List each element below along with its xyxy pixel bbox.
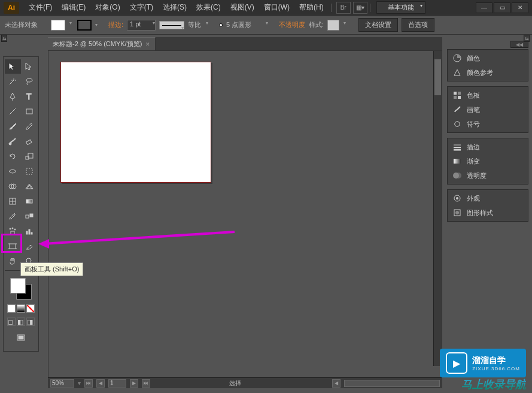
expand-right-handle[interactable]: ⇆ <box>524 35 530 42</box>
paintbrush-tool[interactable] <box>5 119 21 134</box>
svg-rect-8 <box>26 168 32 174</box>
lasso-tool[interactable] <box>22 74 38 89</box>
vertical-scrollbar[interactable] <box>433 51 442 366</box>
artboard[interactable] <box>60 62 211 183</box>
panel-graphic-styles[interactable]: 图形样式 <box>448 205 528 220</box>
panel-brushes[interactable]: 画笔 <box>448 102 528 117</box>
symbol-sprayer-tool[interactable] <box>5 224 21 238</box>
direct-selection-tool[interactable] <box>22 59 38 74</box>
color-mode-gradient[interactable] <box>17 304 25 313</box>
slice-tool[interactable] <box>22 239 38 253</box>
document-tab-title: 未标题-2 @ 50% (CMYK/预览) <box>53 40 142 49</box>
gradient-tool[interactable] <box>22 194 38 208</box>
stroke-profile[interactable] <box>159 21 184 29</box>
svg-point-18 <box>10 228 11 229</box>
menu-effect[interactable]: 效果(C) <box>191 0 226 15</box>
rotate-tool[interactable] <box>5 149 21 164</box>
nav-prev[interactable]: ◀ <box>96 379 105 388</box>
eraser-tool[interactable] <box>22 134 38 149</box>
line-tool[interactable] <box>5 104 21 119</box>
brush-preview-icon <box>219 23 223 27</box>
arrange-docs-button[interactable]: ▦▾ <box>353 2 367 14</box>
document-tab[interactable]: 未标题-2 @ 50% (CMYK/预览) ✕ <box>48 37 156 50</box>
magic-wand-tool[interactable] <box>5 74 21 89</box>
svg-rect-36 <box>454 92 457 95</box>
preferences-button[interactable]: 首选项 <box>402 18 434 32</box>
svg-rect-3 <box>26 109 32 114</box>
scale-tool[interactable] <box>22 149 38 164</box>
menu-object[interactable]: 对象(O) <box>90 0 124 15</box>
blob-brush-tool[interactable] <box>5 134 21 149</box>
perspective-grid-tool[interactable] <box>22 179 38 194</box>
tooltip: 画板工具 (Shift+O) <box>20 262 83 276</box>
close-button[interactable]: ✕ <box>512 2 528 13</box>
shape-builder-tool[interactable] <box>5 179 21 194</box>
menu-select[interactable]: 选择(S) <box>158 0 191 15</box>
free-transform-tool[interactable] <box>22 164 38 179</box>
panel-swatches[interactable]: 色板 <box>448 88 528 102</box>
watermark-badge: ▶ 溜溜自学 ZIXUE.3D66.COM <box>440 349 526 377</box>
horizontal-scrollbar[interactable] <box>344 380 440 387</box>
svg-point-19 <box>12 228 13 229</box>
workspace-switcher[interactable]: 基本功能 <box>376 1 425 14</box>
column-graph-tool[interactable] <box>22 224 38 238</box>
nav-last[interactable]: ⏭ <box>142 379 150 388</box>
uniform-label[interactable]: 等比 <box>188 20 208 29</box>
panel-stroke[interactable]: 描边 <box>448 140 528 154</box>
style-swatch[interactable] <box>327 20 339 31</box>
pencil-tool[interactable] <box>22 119 38 134</box>
stroke-label: 描边: <box>108 20 123 29</box>
fill-swatch[interactable] <box>51 20 65 31</box>
eyedropper-tool[interactable] <box>5 209 21 223</box>
panel-color-guide[interactable]: 颜色参考 <box>448 65 528 80</box>
hand-tool[interactable] <box>5 254 21 268</box>
color-mode-normal[interactable] <box>7 304 16 313</box>
menu-help[interactable]: 帮助(H) <box>294 0 329 15</box>
width-tool[interactable] <box>5 164 21 179</box>
panel-color[interactable]: 颜色 <box>448 51 528 65</box>
menu-type[interactable]: 文字(T) <box>125 0 158 15</box>
draw-behind[interactable]: ◧ <box>17 318 25 326</box>
color-picker[interactable]: ◻ ◧ ◨ <box>4 272 38 351</box>
panel-appearance[interactable]: 外观 <box>448 191 528 205</box>
mesh-tool[interactable] <box>5 194 21 208</box>
screen-mode-button[interactable] <box>12 331 30 345</box>
fill-color-swatch[interactable] <box>10 278 26 294</box>
minimize-button[interactable]: — <box>476 2 493 13</box>
pen-tool[interactable] <box>5 89 21 104</box>
selection-tool[interactable] <box>5 59 21 74</box>
separator <box>331 4 332 12</box>
right-panel-strip: ◀◀ 颜色 颜色参考 色板 画笔 符号 描边 渐变 透明度 外观 图形样式 <box>447 49 528 226</box>
blend-tool[interactable] <box>22 209 38 223</box>
rectangle-tool[interactable] <box>22 104 38 119</box>
artboard-tool[interactable] <box>5 239 21 253</box>
color-mode-none[interactable] <box>26 304 35 313</box>
nav-first[interactable]: ⏮ <box>84 379 93 388</box>
menu-window[interactable]: 窗口(W) <box>259 0 294 15</box>
zoom-input[interactable] <box>50 379 74 388</box>
menu-file[interactable]: 文件(F) <box>24 0 57 15</box>
canvas[interactable] <box>48 50 442 377</box>
menu-view[interactable]: 视图(V) <box>226 0 259 15</box>
type-tool[interactable]: T <box>22 89 38 104</box>
maximize-button[interactable]: ▭ <box>494 2 510 13</box>
stroke-weight-input[interactable]: 1 pt <box>127 20 156 31</box>
brush-definition[interactable]: 5 点圆形 <box>226 20 268 29</box>
panel-transparency[interactable]: 透明度 <box>448 168 528 183</box>
close-tab-icon[interactable]: ✕ <box>145 41 150 47</box>
menu-edit[interactable]: 编辑(E) <box>57 0 90 15</box>
panel-gradient[interactable]: 渐变 <box>448 154 528 168</box>
document-setup-button[interactable]: 文档设置 <box>358 18 398 32</box>
bridge-button[interactable]: Br <box>336 2 351 14</box>
stroke-swatch[interactable] <box>77 20 92 31</box>
draw-inside[interactable]: ◨ <box>26 318 35 326</box>
draw-normal[interactable]: ◻ <box>7 318 16 326</box>
opacity-label[interactable]: 不透明度 <box>279 20 305 29</box>
toolbox: T ◻ ◧ <box>3 56 39 352</box>
scroll-left[interactable]: ◀ <box>332 379 341 388</box>
artboard-nav-input[interactable] <box>108 379 126 388</box>
expand-left-handle[interactable]: ⇆ <box>1 35 7 42</box>
nav-next[interactable]: ▶ <box>130 379 138 388</box>
panel-symbols[interactable]: 符号 <box>448 117 528 131</box>
svg-text:T: T <box>26 92 32 101</box>
